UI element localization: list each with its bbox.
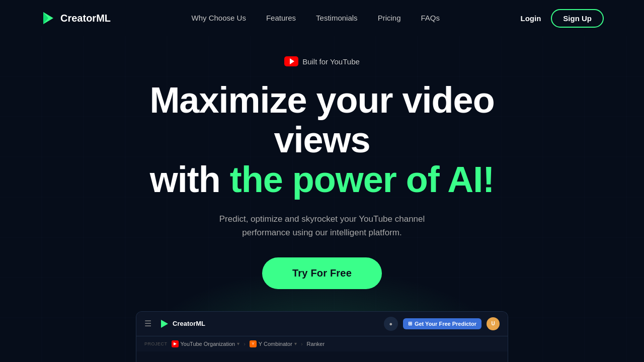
hero-subtext: Predict, optimize and skyrocket your You…: [196, 212, 448, 239]
nav-testimonials[interactable]: Testimonials: [316, 14, 358, 22]
dashboard-table: [136, 351, 508, 362]
headline-line2: with the power of AI!: [116, 160, 528, 200]
breadcrumb-item-1: ▶ YouTube Organization ▾: [172, 340, 240, 347]
nav-actions: Login Sign Up: [521, 9, 604, 28]
dash-logo-text: CreatorML: [173, 320, 205, 327]
headline-line1: Maximize your video views: [149, 80, 494, 160]
navbar: CreatorML Why Choose Us Features Testimo…: [0, 0, 644, 36]
menu-icon: ☰: [144, 319, 151, 328]
try-for-free-button[interactable]: Try For Free: [262, 257, 382, 289]
headline-line2-plain: with: [150, 159, 230, 200]
built-badge: Built for YouTube: [284, 56, 360, 66]
breadcrumb-yt-org: YouTube Organization: [181, 341, 235, 347]
nav-pricing[interactable]: Pricing: [378, 14, 401, 22]
breadcrumb-item-2: Y Y Combinator ▾: [250, 340, 297, 347]
breadcrumb-ranker: Ranker: [307, 341, 325, 347]
predictor-label: Get Your Free Predictor: [415, 321, 476, 327]
project-label: PROJECT: [144, 341, 168, 346]
logo[interactable]: CreatorML: [40, 10, 111, 26]
yt-org-icon: ▶: [172, 340, 179, 347]
youtube-icon: [284, 56, 298, 66]
nav-faqs[interactable]: FAQs: [421, 14, 440, 22]
breadcrumb-yc: Y Combinator: [259, 341, 292, 347]
dash-notification-btn[interactable]: ●: [384, 317, 398, 331]
hero-headline: Maximize your video views with the power…: [116, 80, 528, 200]
predictor-icon: ⊞: [408, 321, 412, 326]
login-button[interactable]: Login: [521, 14, 541, 23]
dashboard-breadcrumb: PROJECT ▶ YouTube Organization ▾ › Y Y C…: [136, 336, 508, 351]
signup-button[interactable]: Sign Up: [551, 9, 604, 28]
dash-right-actions: ● ⊞ Get Your Free Predictor U: [384, 317, 500, 331]
yc-icon: Y: [250, 340, 257, 347]
nav-features[interactable]: Features: [266, 14, 296, 22]
svg-marker-24: [161, 320, 168, 328]
dash-avatar: U: [487, 317, 500, 330]
logo-icon: [40, 10, 56, 26]
hero-section: Built for YouTube Maximize your video vi…: [0, 36, 644, 362]
dash-logo: CreatorML: [159, 319, 205, 329]
breadcrumb-sep-1: ›: [244, 341, 246, 347]
dash-logo-icon: [159, 319, 170, 329]
dashboard-topbar: ☰ CreatorML ● ⊞ Get Your Free Predictor …: [136, 312, 508, 336]
headline-line2-highlight: the power of AI!: [230, 159, 494, 200]
breadcrumb-sep-2: ›: [301, 341, 303, 347]
built-badge-text: Built for YouTube: [302, 57, 360, 66]
logo-text: CreatorML: [60, 13, 111, 24]
dashboard-preview: ☰ CreatorML ● ⊞ Get Your Free Predictor …: [136, 311, 508, 362]
nav-links: Why Choose Us Features Testimonials Pric…: [192, 14, 440, 23]
nav-why-choose-us[interactable]: Why Choose Us: [192, 14, 246, 22]
dash-predictor-button[interactable]: ⊞ Get Your Free Predictor: [403, 318, 481, 329]
breadcrumb-item-3: Ranker: [307, 341, 325, 347]
